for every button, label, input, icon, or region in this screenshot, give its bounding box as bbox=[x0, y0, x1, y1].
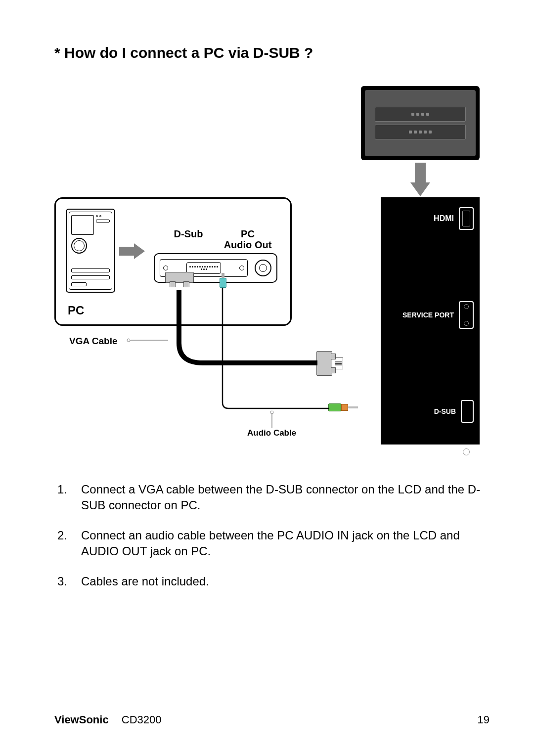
step-number: 3. bbox=[57, 574, 81, 589]
page: * How do I connect a PC via D-SUB ? HDMI… bbox=[0, 0, 534, 756]
vga-cable-label: VGA Cable bbox=[69, 336, 118, 347]
step-number: 2. bbox=[57, 528, 81, 560]
monitor-rear-panel bbox=[365, 90, 476, 156]
svg-point-1 bbox=[127, 339, 130, 342]
dsub-port-icon bbox=[461, 400, 474, 423]
pc-box: PC D-Sub PC Audio Out bbox=[54, 197, 292, 326]
vga-plug-display-end bbox=[316, 351, 343, 376]
arrow-down-icon bbox=[413, 163, 428, 197]
pc-label: PC bbox=[68, 304, 84, 317]
connection-diagram: HDMI SERVICE PORT D-SUB PC AUDIO IN bbox=[54, 86, 490, 462]
arrow-right-icon bbox=[119, 243, 145, 259]
hdmi-label: HDMI bbox=[434, 214, 454, 223]
monitor-rear-view bbox=[361, 86, 480, 160]
service-port-label: SERVICE PORT bbox=[402, 311, 454, 319]
instruction-steps: 1. Connect a VGA cable between the D-SUB… bbox=[54, 482, 490, 589]
step-text: Connect a VGA cable between the D-SUB co… bbox=[81, 482, 490, 514]
vga-plug-pc-end bbox=[162, 272, 197, 292]
step-item: 1. Connect a VGA cable between the D-SUB… bbox=[57, 482, 490, 514]
pc-audio-out-label-2: Audio Out bbox=[223, 239, 272, 250]
step-text: Connect an audio cable between the PC AU… bbox=[81, 528, 490, 560]
step-item: 2. Connect an audio cable between the PC… bbox=[57, 528, 490, 560]
step-item: 3. Cables are not included. bbox=[57, 574, 490, 589]
page-number: 19 bbox=[478, 713, 490, 726]
pc-tower-icon bbox=[66, 209, 115, 293]
pc-dsub-label: D-Sub bbox=[154, 228, 223, 250]
page-footer: ViewSonic CD3200 19 bbox=[54, 713, 490, 726]
audio-out-port-icon bbox=[255, 260, 271, 276]
dsub-port-label: D-SUB bbox=[434, 407, 456, 415]
svg-point-3 bbox=[270, 411, 273, 414]
page-title: * How do I connect a PC via D-SUB ? bbox=[54, 44, 490, 61]
pc-audio-out-label-1: PC bbox=[223, 228, 272, 239]
audio-plug-pc-end bbox=[219, 273, 227, 288]
footer-model: CD3200 bbox=[122, 713, 162, 726]
audio-in-jack-icon bbox=[459, 445, 474, 459]
pc-audio-in-label: PC AUDIO IN bbox=[411, 448, 454, 456]
service-port-icon bbox=[459, 301, 474, 329]
display-port-panel: HDMI SERVICE PORT D-SUB PC AUDIO IN bbox=[381, 197, 480, 445]
audio-plug-display-end bbox=[328, 403, 358, 411]
audio-cable-label: Audio Cable bbox=[247, 428, 296, 438]
hdmi-port-icon bbox=[459, 207, 474, 230]
step-number: 1. bbox=[57, 482, 81, 514]
step-text: Cables are not included. bbox=[81, 574, 490, 589]
footer-brand: ViewSonic bbox=[54, 713, 109, 726]
